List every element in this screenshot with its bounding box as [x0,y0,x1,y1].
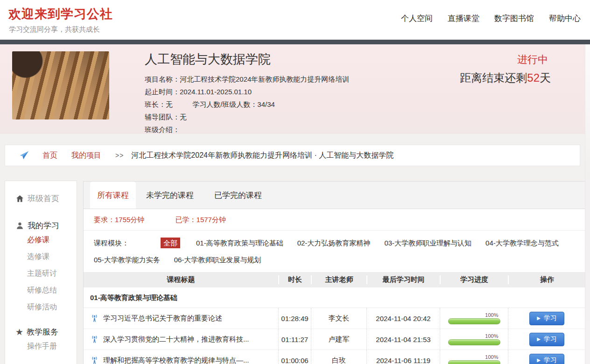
module-filter: 课程模块：全部01-高等教育政策与理论基础02-大力弘扬教育家精神03-大学教师… [84,231,585,272]
sidebar-item-study-summary[interactable]: 研修总结 [27,282,77,299]
sidebar-item-class-home[interactable]: 班级首页 [5,192,77,204]
sidebar-item-topic-discussion[interactable]: 主题研讨 [27,265,77,282]
progress-percent: 100% [448,333,500,339]
sidebar-item-required-courses[interactable]: 必修课 [27,231,77,248]
countdown-days: 52 [527,71,540,84]
nav-personal-space[interactable]: 个人空间 [401,13,433,24]
breadcrumb-separator: >> [115,152,124,159]
play-icon: ▶ [537,336,541,342]
course-teacher: 李文长 [311,308,366,329]
my-learning-submenu: 必修课 选修课 主题研讨 研修总结 研修活动 [5,231,77,315]
progress-indicator: 100% [448,312,500,324]
required-minutes-value: 1755分钟 [115,216,144,224]
nav-digital-library[interactable]: 数字图书馆 [494,13,534,24]
class-intro-row: 班级介绍： [145,123,349,136]
class-cover-image [12,51,109,119]
sidebar-group-my-learning[interactable]: 我的学习 [5,219,77,231]
module-option-02[interactable]: 02-大力弘扬教育家精神 [297,239,371,247]
user-icon [15,221,24,230]
progress-bar [448,339,500,345]
broadcast-icon [90,356,99,364]
home-icon [15,194,24,203]
module-option-06[interactable]: 06-大学教师职业发展与规划 [174,256,261,264]
sidebar-item-operation-manual[interactable]: 操作手册 [27,338,77,355]
course-tabs: 所有课程 未学完的课程 已学完的课程 [84,182,585,209]
class-banner: 人工智能与大数据学院 项目名称：河北工程技术学院2024年新教师执教能力提升网络… [0,44,590,134]
course-title-link[interactable]: 理解和把握高等学校教育教学的规律与特点—... [103,356,249,364]
tab-finished-courses[interactable]: 已学完的课程 [204,182,272,209]
class-status-block: 进行中 距离结束还剩52天 [460,53,551,85]
tab-unfinished-courses[interactable]: 未学完的课程 [136,182,204,209]
module-option-01[interactable]: 01-高等教育政策与理论基础 [196,239,283,247]
progress-percent: 100% [448,354,500,360]
sidebar-item-elective-courses[interactable]: 选修课 [27,248,77,265]
table-row: 深入学习贯彻党的二十大精神，推进教育科技... 01:11:27 卢建军 202… [84,329,585,350]
class-title: 人工智能与大数据学院 [145,51,349,68]
teaching-service-submenu: 操作手册 [5,338,77,355]
course-duration: 01:11:27 [278,329,311,350]
table-header: 课程标题 时长 主讲老师 最后学习时间 学习进度 操作 [84,272,585,287]
required-minutes-label: 要求： [94,216,115,224]
module-option-04[interactable]: 04-大学教学理念与范式 [485,239,559,247]
course-title-link[interactable]: 深入学习贯彻党的二十大精神，推进教育科技... [103,335,249,344]
learn-button[interactable]: ▶ 学习 [529,312,564,325]
study-stats-row: 要求：1755分钟 已学：1577分钟 [84,209,585,231]
page-scrollbar[interactable] [585,44,590,364]
learn-button[interactable]: ▶ 学习 [529,354,564,364]
progress-bar [448,318,500,324]
play-icon: ▶ [537,315,541,321]
learned-minutes-value: 1577分钟 [197,216,226,224]
site-logo: 欢迎来到学习公社 [8,6,113,22]
star-icon: ★ [15,328,23,336]
status-badge: 进行中 [460,53,548,67]
progress-indicator: 100% [448,333,500,345]
nav-help-center[interactable]: 帮助中心 [549,13,581,24]
play-icon: ▶ [537,357,541,363]
course-last-study: 2024-11-04 20:42 [366,308,440,329]
col-progress: 学习进度 [440,275,508,284]
course-last-study: 2024-11-06 11:19 [366,350,440,364]
breadcrumb-current: 河北工程技术学院2024年新教师执教能力提升网络培训 · 人工智能与大数据学院 [131,151,393,161]
course-title-link[interactable]: 学习习近平总书记关于教育的重要论述 [103,314,222,323]
top-header: 欢迎来到学习公社 学习交流同分享，共获共成长 个人空间 直播课堂 数字图书馆 帮… [0,0,590,40]
course-duration: 01:00:06 [278,350,311,364]
sidebar: 班级首页 我的学习 必修课 选修课 主题研讨 研修总结 研修活动 ★ 教学服务 … [5,181,77,364]
tutor-team-row: 辅导团队：无 [145,111,349,123]
breadcrumb-home[interactable]: 首页 [42,151,57,161]
module-option-03[interactable]: 03-大学教师职业理解与认知 [384,239,471,247]
module-section-title: 01-高等教育政策与理论基础 [84,287,585,308]
learn-button[interactable]: ▶ 学习 [529,333,564,346]
progress-indicator: 100% [448,354,500,364]
breadcrumb-my-projects[interactable]: 我的项目 [71,151,101,161]
sidebar-group-teaching-service[interactable]: ★ 教学服务 [5,326,77,338]
header-divider-bar [0,40,590,44]
nav-live-classroom[interactable]: 直播课堂 [448,13,479,24]
site-tagline: 学习交流同分享，共获共成长 [9,25,100,34]
broadcast-icon [90,335,99,344]
table-row: 理解和把握高等学校教育教学的规律与特点—... 01:00:06 白玫 2024… [84,350,585,364]
col-teacher: 主讲老师 [311,275,366,284]
module-option-05[interactable]: 05-大学教学能力实务 [94,256,160,264]
monitor-count-row: 班长：无 学习人数/班级人数：34/34 [145,98,349,111]
project-name-row: 项目名称：河北工程技术学院2024年新教师执教能力提升网络培训 [145,73,349,85]
paper-plane-icon [19,150,29,161]
course-teacher: 卢建军 [311,329,366,350]
main-content: 所有课程 未学完的课程 已学完的课程 要求：1755分钟 已学：1577分钟 课… [83,181,586,364]
table-row: 学习习近平总书记关于教育的重要论述 01:28:49 李文长 2024-11-0… [84,308,585,329]
learned-minutes-label: 已学： [176,216,197,224]
module-filter-all[interactable]: 全部 [161,238,180,248]
col-duration: 时长 [278,275,311,284]
col-last-study-time: 最后学习时间 [366,275,440,284]
course-duration: 01:28:49 [278,308,311,329]
date-range-row: 起止时间：2024.11.01-2025.01.10 [145,85,349,98]
course-last-study: 2024-11-04 21:53 [366,329,440,350]
col-action: 操作 [508,275,585,284]
progress-percent: 100% [448,312,500,318]
tab-all-courses[interactable]: 所有课程 [90,182,136,209]
sidebar-item-study-activity[interactable]: 研修活动 [27,299,77,315]
course-teacher: 白玫 [311,350,366,364]
top-nav: 个人空间 直播课堂 数字图书馆 帮助中心 [401,13,581,24]
col-course-title: 课程标题 [84,275,278,284]
broadcast-icon [90,314,99,323]
breadcrumb: 首页 我的项目 >> 河北工程技术学院2024年新教师执教能力提升网络培训 · … [5,145,580,166]
